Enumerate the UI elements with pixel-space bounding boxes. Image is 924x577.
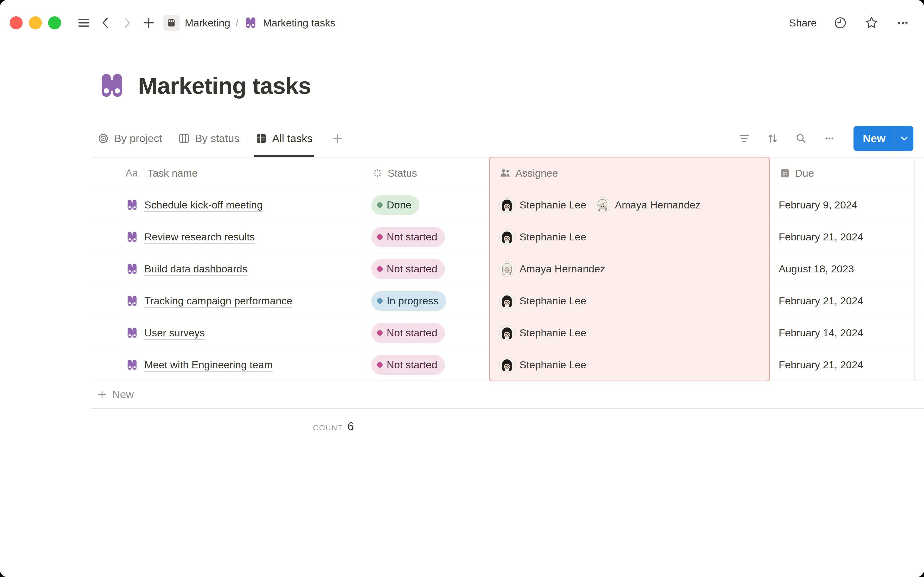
new-button-label: New — [853, 126, 895, 151]
new-button[interactable]: New — [853, 126, 913, 151]
status-cell[interactable]: Done — [361, 195, 489, 215]
breadcrumb-parent[interactable]: Marketing — [185, 17, 230, 29]
due-cell[interactable]: February 21, 2024 — [770, 231, 914, 243]
due-cell[interactable]: February 21, 2024 — [770, 359, 914, 371]
tab-label: By project — [114, 132, 162, 145]
status-pill: Done — [371, 195, 419, 215]
avatar-stephanie-lee — [499, 229, 515, 245]
due-cell[interactable]: February 9, 2024 — [770, 199, 914, 211]
table-row: Build data dashboards Not started Amaya … — [91, 253, 924, 285]
status-pill: Not started — [371, 227, 445, 247]
breadcrumb-current[interactable]: Marketing tasks — [263, 17, 336, 29]
tasks-table: Aa Task name Status Assignee Due — [91, 158, 924, 433]
task-name-cell[interactable]: Tracking campaign performance — [91, 295, 361, 308]
task-name-cell[interactable]: Review research results — [91, 230, 361, 243]
search-icon[interactable] — [793, 131, 809, 146]
column-header-status[interactable]: Status — [361, 167, 489, 179]
plus-icon — [97, 389, 107, 400]
task-link[interactable]: Schedule kick-off meeting — [144, 199, 263, 211]
sidebar-menu-icon[interactable] — [76, 15, 91, 31]
breadcrumb: Marketing / Marketing tasks — [163, 15, 336, 31]
window-titlebar: Marketing / Marketing tasks Share — [0, 0, 924, 46]
avatar-stephanie-lee — [499, 325, 515, 341]
binoculars-icon — [126, 198, 139, 211]
table-row: Schedule kick-off meeting Done Stephanie… — [91, 189, 924, 221]
table-header-row: Aa Task name Status Assignee Due — [91, 158, 924, 189]
page-title[interactable]: Marketing tasks — [138, 73, 311, 99]
minimize-button[interactable] — [29, 16, 42, 29]
close-button[interactable] — [10, 16, 23, 29]
status-cell[interactable]: Not started — [361, 227, 489, 247]
binoculars-icon — [126, 230, 139, 243]
task-name-cell[interactable]: Schedule kick-off meeting — [91, 198, 361, 211]
share-button[interactable]: Share — [789, 17, 817, 29]
table-grid-icon — [255, 132, 267, 145]
avatar-amaya-hernandez — [594, 197, 610, 213]
task-link[interactable]: Review research results — [144, 231, 255, 243]
count-aggregate[interactable]: COUNT 6 — [91, 409, 361, 433]
table-row: Review research results Not started Step… — [91, 221, 924, 253]
add-row-button[interactable]: New — [91, 380, 924, 409]
notion-window: Marketing / Marketing tasks Share Market… — [0, 0, 924, 577]
task-link[interactable]: Meet with Engineering team — [144, 359, 273, 371]
tab-label: By status — [195, 132, 239, 145]
assignee-cell[interactable]: Stephanie Lee — [489, 293, 770, 309]
status-cell[interactable]: In progress — [361, 291, 489, 311]
status-cell[interactable]: Not started — [361, 355, 489, 375]
assignee-chip: Amaya Hernandez — [594, 197, 701, 213]
avatar-stephanie-lee — [499, 293, 515, 309]
table-row: User surveys Not started Stephanie Lee F… — [91, 317, 924, 349]
more-options-icon[interactable] — [895, 15, 911, 31]
sort-icon[interactable] — [765, 131, 780, 146]
due-cell[interactable]: February 21, 2024 — [770, 295, 914, 307]
task-name-cell[interactable]: Meet with Engineering team — [91, 358, 361, 371]
favorite-star-icon[interactable] — [864, 15, 879, 31]
traffic-lights — [10, 16, 61, 29]
table-row: Tracking campaign performance In progres… — [91, 285, 924, 317]
tab-by-status[interactable]: By status — [178, 120, 239, 157]
tab-by-project[interactable]: By project — [97, 120, 162, 157]
zoom-button[interactable] — [48, 16, 61, 29]
task-name-cell[interactable]: User surveys — [91, 327, 361, 340]
count-label: COUNT — [313, 424, 343, 432]
tab-label: All tasks — [272, 132, 313, 145]
binoculars-icon — [126, 358, 139, 371]
assignee-cell[interactable]: Stephanie Lee — [489, 357, 770, 373]
forward-icon[interactable] — [120, 15, 135, 31]
task-link[interactable]: Tracking campaign performance — [144, 295, 292, 307]
history-clock-icon[interactable] — [833, 15, 848, 31]
status-burst-icon — [371, 167, 384, 179]
page-icon-binoculars[interactable] — [97, 71, 126, 100]
assignee-cell[interactable]: Stephanie Lee — [489, 325, 770, 341]
column-header-assignee[interactable]: Assignee — [489, 167, 770, 179]
assignee-cell[interactable]: Stephanie Lee — [489, 229, 770, 245]
board-columns-icon — [178, 132, 190, 145]
text-property-icon: Aa — [126, 167, 138, 179]
assignee-chip: Stephanie Lee — [499, 293, 586, 309]
due-cell[interactable]: August 18, 2023 — [770, 263, 914, 275]
status-pill: Not started — [371, 355, 445, 375]
filter-icon[interactable] — [737, 131, 752, 146]
back-icon[interactable] — [98, 15, 113, 31]
new-button-chevron-down-icon[interactable] — [895, 126, 913, 151]
avatar-amaya-hernandez — [499, 261, 515, 277]
column-header-due[interactable]: Due — [770, 167, 914, 179]
column-header-task-name[interactable]: Aa Task name — [91, 167, 361, 179]
tab-all-tasks[interactable]: All tasks — [255, 120, 313, 157]
target-icon — [97, 132, 109, 145]
new-page-icon[interactable] — [141, 15, 157, 31]
breadcrumb-separator: / — [236, 17, 239, 29]
due-cell[interactable]: February 14, 2024 — [770, 327, 914, 339]
task-link[interactable]: User surveys — [144, 327, 205, 339]
task-name-cell[interactable]: Build data dashboards — [91, 263, 361, 276]
assignee-cell[interactable]: Amaya Hernandez — [489, 261, 770, 277]
binoculars-icon — [244, 16, 258, 30]
view-options-icon[interactable] — [822, 131, 837, 146]
status-cell[interactable]: Not started — [361, 323, 489, 343]
assignee-cell[interactable]: Stephanie Lee Amaya Hernandez — [489, 197, 770, 213]
add-view-icon[interactable] — [330, 131, 345, 146]
status-cell[interactable]: Not started — [361, 259, 489, 279]
marketing-page-icon[interactable] — [163, 15, 179, 31]
task-link[interactable]: Build data dashboards — [144, 263, 247, 275]
assignee-chip: Amaya Hernandez — [499, 261, 605, 277]
